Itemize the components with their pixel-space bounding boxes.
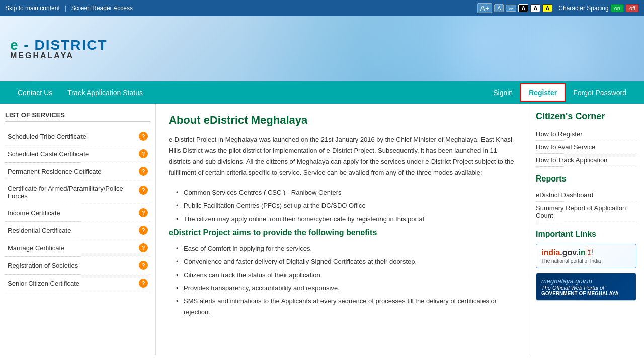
sidebar-item-label: Marriage Certificate (8, 244, 64, 252)
india-portal-sub: The national portal of India (541, 258, 631, 264)
benefit-item-4: Provides transparency, accountability an… (174, 282, 515, 295)
help-icon-8[interactable]: ? (139, 261, 148, 270)
sidebar-item-senior-citizen[interactable]: Senior Citizen Certificate ? (5, 275, 150, 292)
meghalaya-portal-sub: GOVERNMENT OF MEGHALAYA (541, 291, 631, 296)
india-portal-title: india.gov.in🇮 (541, 248, 631, 257)
content-title: About eDistrict Meghalaya (169, 114, 515, 127)
char-spacing-on-btn[interactable]: on (611, 4, 624, 12)
sidebar-item-societies[interactable]: Registration of Societies ? (5, 257, 150, 275)
sidebar: LIST OF SERVICES Scheduled Tribe Certifi… (0, 104, 156, 355)
screen-reader-link[interactable]: Screen Reader Access (71, 5, 133, 12)
sidebar-item-label: Registration of Societies (8, 262, 78, 269)
logo-e: e (10, 37, 19, 53)
content-area: About eDistrict Meghalaya e-District Pro… (156, 104, 528, 355)
nav-bar: Contact Us Track Application Status Sign… (0, 81, 644, 104)
sidebar-item-income[interactable]: Income Certificate ? (5, 204, 150, 222)
help-icon-5[interactable]: ? (139, 208, 148, 217)
sidebar-item-armed-cert[interactable]: Certificate for Armed/Paramilitary/Polic… (5, 180, 150, 204)
font-decrease-btn[interactable]: A- (506, 5, 516, 12)
benefit-item-2: Convenience and faster delivery of Digit… (174, 255, 515, 268)
sidebar-item-label: Permanent Residence Cetificate (8, 168, 101, 175)
contrast-yellow-btn[interactable]: A (542, 4, 552, 12)
sidebar-item-label: Income Certificate (8, 209, 60, 217)
nav-right: Signin Register Forgot Password (486, 82, 634, 103)
char-spacing-label: Character Spacing (558, 5, 608, 12)
logo-area: e - DISTRICT MEGHALAYA (10, 37, 108, 60)
char-spacing-off-btn[interactable]: off (626, 4, 639, 12)
font-controls: A+ A A- A A A Character Spacing on off (477, 3, 639, 13)
mode-item-2: Public Facilitation Centres (PFCs) set u… (174, 199, 515, 212)
header-banner: e - DISTRICT MEGHALAYA (0, 16, 644, 81)
sidebar-item-label: Certificate for Armed/Paramilitary/Polic… (8, 185, 136, 200)
font-normal-btn[interactable]: A (494, 4, 504, 12)
sidebar-item-scheduled-caste[interactable]: Scheduled Caste Certificate ? (5, 145, 150, 163)
logo-sub: MEGHALAYA (10, 51, 108, 60)
service-modes-list: Common Services Centres ( CSC ) - Ranibo… (174, 186, 515, 225)
mode-item-1: Common Services Centres ( CSC ) - Ranibo… (174, 186, 515, 199)
benefit-item-5: SMS alerts and intimations to the Applic… (174, 295, 515, 319)
font-increase-btn[interactable]: A+ (477, 3, 493, 13)
sidebar-item-label: Scheduled Tribe Certificate (8, 133, 86, 140)
sidebar-item-label: Senior Citizen Certificate (8, 280, 79, 287)
reports-title: Reports (536, 174, 636, 184)
summary-report-link[interactable]: Summary Report of Application Count (536, 202, 636, 222)
signin-link[interactable]: Signin (486, 82, 520, 103)
how-avail-link[interactable]: How to Avail Service (536, 141, 636, 154)
top-bar: Skip to main content | Screen Reader Acc… (0, 0, 644, 16)
sidebar-item-label: Scheduled Caste Certificate (8, 150, 89, 158)
india-portal-badge[interactable]: india.gov.in🇮 The national portal of Ind… (536, 244, 636, 268)
sidebar-item-residential[interactable]: Residential Certificate ? (5, 222, 150, 239)
help-icon-7[interactable]: ? (139, 243, 148, 252)
banner-shapes (242, 16, 644, 81)
help-icon-2[interactable]: ? (139, 149, 148, 158)
content-body: e-District Project in Meghalaya was laun… (169, 134, 515, 178)
track-application-link[interactable]: Track Application Status (60, 82, 150, 103)
important-links-title: Important Links (536, 230, 636, 239)
logo-district: DISTRICT (34, 37, 107, 53)
sidebar-item-scheduled-tribe[interactable]: Scheduled Tribe Certificate ? (5, 128, 150, 145)
skip-content-link[interactable]: Skip to main content (5, 5, 60, 12)
banner-background (242, 16, 644, 81)
help-icon-1[interactable]: ? (139, 132, 148, 141)
meghalaya-portal-subtitle: The Official Web Portal of (541, 285, 631, 291)
forgot-password-link[interactable]: Forgot Password (566, 82, 634, 103)
register-link[interactable]: Register (520, 83, 566, 102)
help-icon-3[interactable]: ? (139, 167, 148, 176)
sidebar-item-permanent-residence[interactable]: Permanent Residence Cetificate ? (5, 163, 150, 180)
meghalaya-portal-badge[interactable]: meghalaya.gov.in The Official Web Portal… (536, 273, 636, 301)
contact-us-link[interactable]: Contact Us (10, 82, 60, 103)
content-subtitle: eDistrict Project aims to provide the fo… (169, 228, 515, 237)
right-panel: Citizen's Corner How to Register How to … (528, 104, 644, 355)
contrast-dark-btn[interactable]: A (518, 4, 528, 12)
benefit-item-1: Ease of Comfort in applying for the serv… (174, 242, 515, 255)
sidebar-item-marriage[interactable]: Marriage Certificate ? (5, 239, 150, 257)
citizen-corner-title: Citizen's Corner (536, 111, 636, 122)
benefit-item-3: Citizens can track the status of their a… (174, 268, 515, 282)
mode-item-3: The citizen may apply online from their … (174, 213, 515, 226)
meghalaya-portal-title: meghalaya.gov.in (541, 277, 631, 285)
sidebar-item-label: Residential Certificate (8, 227, 71, 234)
separator1: | (65, 5, 66, 12)
sidebar-title: LIST OF SERVICES (5, 111, 150, 122)
contrast-normal-btn[interactable]: A (530, 4, 540, 12)
help-icon-9[interactable]: ? (139, 279, 148, 288)
how-track-link[interactable]: How to Track Application (536, 154, 636, 167)
logo-dash: - (24, 37, 34, 53)
help-icon-6[interactable]: ? (139, 226, 148, 235)
main-wrapper: LIST OF SERVICES Scheduled Tribe Certifi… (0, 104, 644, 355)
edistrict-dashboard-link[interactable]: eDistrict Dashboard (536, 189, 636, 202)
benefits-list: Ease of Comfort in applying for the serv… (174, 242, 515, 319)
how-register-link[interactable]: How to Register (536, 128, 636, 141)
help-icon-4[interactable]: ? (139, 186, 148, 195)
